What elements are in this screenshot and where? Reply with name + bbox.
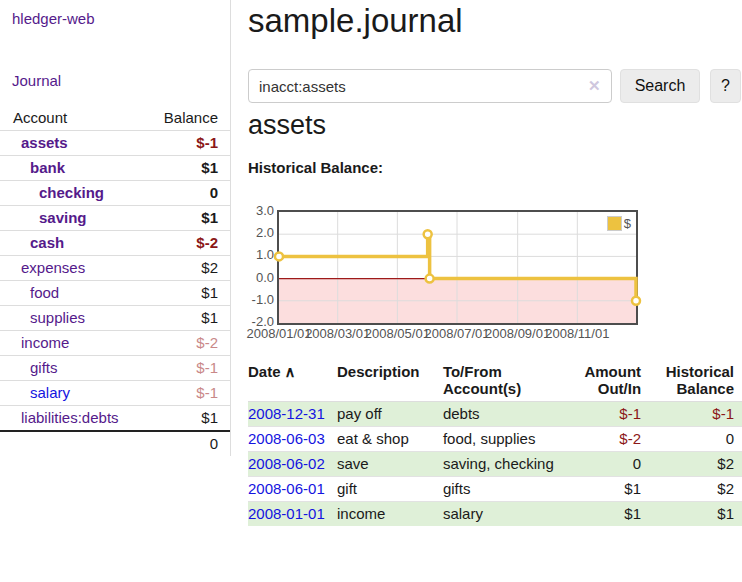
sidebar-account-row: cash$-2 bbox=[0, 230, 230, 255]
transaction-amount: 0 bbox=[570, 452, 643, 477]
x-axis-tick-label: 2008/07/01 bbox=[424, 326, 489, 341]
account-link[interactable]: food bbox=[0, 284, 59, 301]
account-link[interactable]: liabilities:debts bbox=[0, 409, 119, 426]
account-balance: $-1 bbox=[196, 359, 218, 376]
account-link[interactable]: assets bbox=[0, 134, 68, 151]
account-balance: $1 bbox=[201, 159, 218, 176]
transaction-description: save bbox=[337, 452, 443, 477]
accounts-table: Account Balance assets$-1bank$1checking0… bbox=[0, 106, 230, 456]
transaction-amount: $-1 bbox=[570, 402, 643, 427]
x-axis-tick-label: 2008/11/01 bbox=[545, 326, 609, 341]
account-balance: $1 bbox=[201, 284, 218, 301]
sidebar-account-row: liabilities:debts$1 bbox=[0, 405, 230, 430]
main-content: sample.journal ✕ Search ? assets Histori… bbox=[248, 0, 742, 582]
legend-label: $ bbox=[624, 216, 631, 231]
amount-header: Amount Out/In bbox=[570, 360, 643, 402]
sidebar-account-row: saving$1 bbox=[0, 205, 230, 230]
register-header-row: Date∧ Description To/From Account(s) Amo… bbox=[248, 360, 742, 402]
date-header[interactable]: Date∧ bbox=[248, 360, 337, 402]
transaction-description: income bbox=[337, 502, 443, 527]
chart-legend: $ bbox=[605, 215, 633, 232]
y-axis-tick-label: 0.0 bbox=[248, 270, 274, 285]
account-link[interactable]: cash bbox=[0, 234, 64, 251]
sidebar-account-row: income$-2 bbox=[0, 330, 230, 355]
page-title: sample.journal bbox=[248, 2, 463, 40]
balance-column-header: Balance bbox=[164, 109, 218, 126]
transaction-date-link[interactable]: 2008-01-01 bbox=[248, 505, 325, 522]
register-row: 2008-12-31pay offdebts$-1$-1 bbox=[248, 402, 742, 427]
y-axis-tick-label: 1.0 bbox=[248, 247, 274, 262]
transaction-amount: $1 bbox=[570, 502, 643, 527]
transaction-description: gift bbox=[337, 477, 443, 502]
legend-swatch-icon bbox=[607, 216, 622, 231]
sidebar-account-row: food$1 bbox=[0, 280, 230, 305]
transaction-date-link[interactable]: 2008-06-02 bbox=[248, 455, 325, 472]
accounts-table-header: Account Balance bbox=[0, 106, 230, 130]
register-row: 2008-06-02savesaving, checking0$2 bbox=[248, 452, 742, 477]
account-link[interactable]: salary bbox=[0, 384, 70, 401]
search-input[interactable] bbox=[248, 69, 612, 103]
transaction-date-link[interactable]: 2008-12-31 bbox=[248, 405, 325, 422]
account-balance: $-1 bbox=[196, 384, 218, 401]
transaction-balance: $2 bbox=[643, 452, 742, 477]
transaction-accounts: saving, checking bbox=[443, 452, 570, 477]
chart-plot-area: $ bbox=[277, 210, 638, 325]
clear-search-icon[interactable]: ✕ bbox=[588, 77, 601, 95]
account-link[interactable]: income bbox=[0, 334, 69, 351]
description-header: Description bbox=[337, 360, 443, 402]
register-table: Date∧ Description To/From Account(s) Amo… bbox=[248, 360, 742, 526]
sort-ascending-icon: ∧ bbox=[285, 363, 296, 380]
x-axis-tick-label: 2008/05/01 bbox=[365, 326, 430, 341]
x-axis-tick-label: 2008/03/01 bbox=[305, 326, 370, 341]
account-link[interactable]: expenses bbox=[0, 259, 85, 276]
account-balance: 0 bbox=[210, 184, 218, 201]
y-axis-tick-label: 2.0 bbox=[248, 225, 274, 240]
journal-link[interactable]: Journal bbox=[12, 72, 230, 89]
account-link[interactable]: checking bbox=[0, 184, 104, 201]
transaction-description: eat & shop bbox=[337, 427, 443, 452]
transaction-accounts: debts bbox=[443, 402, 570, 427]
sidebar-account-row: assets$-1 bbox=[0, 130, 230, 155]
search-button[interactable]: Search bbox=[620, 69, 700, 103]
accounts-header: To/From Account(s) bbox=[443, 360, 570, 402]
y-axis-tick-label: -1.0 bbox=[248, 292, 274, 307]
account-link[interactable]: supplies bbox=[0, 309, 85, 326]
register-row: 2008-06-01giftgifts$1$2 bbox=[248, 477, 742, 502]
sidebar-account-row: bank$1 bbox=[0, 155, 230, 180]
transaction-balance: $2 bbox=[643, 477, 742, 502]
account-heading: assets bbox=[248, 110, 326, 141]
account-link[interactable]: gifts bbox=[0, 359, 58, 376]
transaction-balance: $-1 bbox=[643, 402, 742, 427]
y-axis-tick-label: 3.0 bbox=[248, 203, 274, 218]
account-column-header: Account bbox=[13, 109, 67, 126]
register-row: 2008-01-01incomesalary$1$1 bbox=[248, 502, 742, 527]
account-balance: $-2 bbox=[196, 334, 218, 351]
balance-header: Historical Balance bbox=[643, 360, 742, 402]
transaction-amount: $1 bbox=[570, 477, 643, 502]
account-balance: $-1 bbox=[196, 134, 218, 151]
x-axis-tick-label: 2008/09/01 bbox=[485, 326, 550, 341]
transaction-balance: $1 bbox=[643, 502, 742, 527]
register-row: 2008-06-03eat & shopfood, supplies$-20 bbox=[248, 427, 742, 452]
historical-balance-label: Historical Balance: bbox=[248, 159, 383, 176]
app-brand-link[interactable]: hledger-web bbox=[12, 10, 230, 27]
transaction-date-link[interactable]: 2008-06-01 bbox=[248, 480, 325, 497]
sidebar-account-row: supplies$1 bbox=[0, 305, 230, 330]
transaction-date-link[interactable]: 2008-06-03 bbox=[248, 430, 325, 447]
account-balance: $-2 bbox=[196, 234, 218, 251]
sidebar-account-row: gifts$-1 bbox=[0, 355, 230, 380]
account-balance: $1 bbox=[201, 209, 218, 226]
sidebar-account-row: salary$-1 bbox=[0, 380, 230, 405]
transaction-accounts: salary bbox=[443, 502, 570, 527]
historical-balance-chart: 3.02.01.00.0-1.0-2.0 $ 2008/01/012008/03… bbox=[248, 203, 742, 345]
account-link[interactable]: saving bbox=[0, 209, 87, 226]
transaction-balance: 0 bbox=[643, 427, 742, 452]
help-button[interactable]: ? bbox=[710, 69, 741, 103]
account-balance: $1 bbox=[201, 309, 218, 326]
transaction-description: pay off bbox=[337, 402, 443, 427]
account-balance: $2 bbox=[201, 259, 218, 276]
sidebar-account-row: checking0 bbox=[0, 180, 230, 205]
account-link[interactable]: bank bbox=[0, 159, 65, 176]
accounts-total: 0 bbox=[0, 430, 230, 456]
search-form: ✕ Search ? bbox=[248, 69, 742, 103]
